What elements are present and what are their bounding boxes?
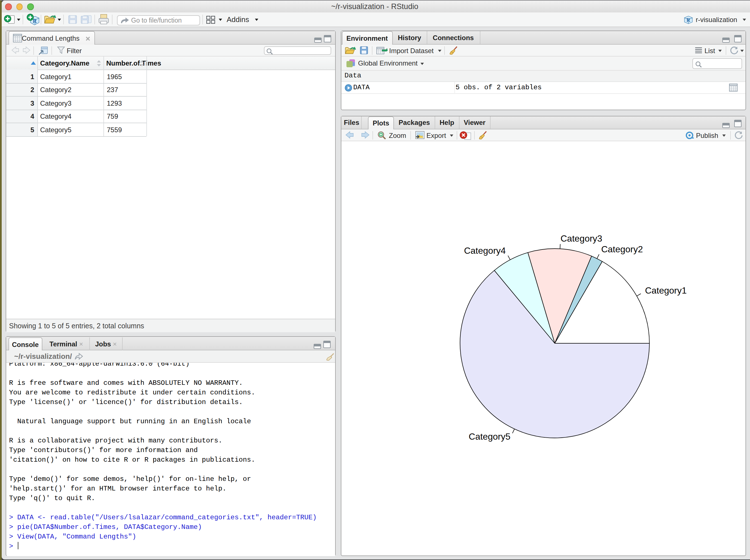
svg-text:Category1: Category1 [645,285,686,296]
svg-text:Category3: Category3 [560,233,602,243]
svg-text:Category4: Category4 [464,245,506,256]
svg-text:R: R [687,17,691,23]
svg-text:Category2: Category2 [601,244,643,254]
svg-text:Category5: Category5 [469,432,510,442]
